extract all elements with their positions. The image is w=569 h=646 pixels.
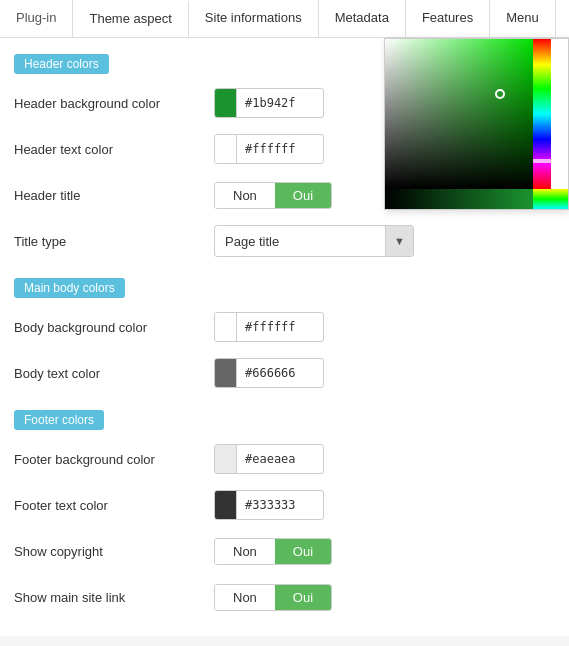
title-type-arrow[interactable]: ▼: [385, 226, 413, 256]
header-bg-color-swatch[interactable]: [215, 89, 237, 117]
show-main-site-link-oui-btn[interactable]: Oui: [275, 585, 331, 610]
show-copyright-oui-btn[interactable]: Oui: [275, 539, 331, 564]
footer-text-color-label: Footer text color: [14, 498, 214, 513]
picker-saturation-strip: [533, 189, 568, 209]
body-text-color-input[interactable]: #666666: [214, 358, 324, 388]
footer-bg-color-value: #eaeaea: [237, 448, 304, 470]
tab-theme-aspect[interactable]: Theme aspect: [73, 1, 188, 38]
color-picker-popup[interactable]: [384, 38, 569, 210]
title-type-label: Title type: [14, 234, 214, 249]
title-type-value: Page title: [215, 229, 385, 254]
header-bg-color-input[interactable]: #1b942f: [214, 88, 324, 118]
footer-bg-color-swatch[interactable]: [215, 445, 237, 473]
tab-site-informations[interactable]: Site informations: [189, 0, 319, 37]
picker-hue-marker: [533, 159, 551, 163]
header-text-color-label: Header text color: [14, 142, 214, 157]
header-text-color-value: #ffffff: [237, 138, 304, 160]
tab-plugin[interactable]: Plug-in: [0, 0, 73, 37]
body-text-color-label: Body text color: [14, 366, 214, 381]
header-text-color-swatch[interactable]: [215, 135, 237, 163]
header-title-label: Header title: [14, 188, 214, 203]
show-copyright-label: Show copyright: [14, 544, 214, 559]
tab-metadata[interactable]: Metadata: [319, 0, 406, 37]
main-content: Header colors Header background color #1…: [0, 38, 569, 636]
nav-tabs: Plug-in Theme aspect Site informations M…: [0, 0, 569, 38]
footer-bg-color-label: Footer background color: [14, 452, 214, 467]
show-copyright-toggle[interactable]: Non Oui: [214, 538, 332, 565]
body-bg-color-row: Body background color #ffffff: [14, 310, 555, 344]
footer-bg-color-row: Footer background color #eaeaea: [14, 442, 555, 476]
tab-menu[interactable]: Menu: [490, 0, 556, 37]
body-text-color-row: Body text color #666666: [14, 356, 555, 390]
body-bg-color-input[interactable]: #ffffff: [214, 312, 324, 342]
header-bg-color-label: Header background color: [14, 96, 214, 111]
show-copyright-non-btn[interactable]: Non: [215, 539, 275, 564]
show-main-site-link-toggle[interactable]: Non Oui: [214, 584, 332, 611]
picker-hue-bar[interactable]: [533, 39, 551, 189]
footer-text-color-value: #333333: [237, 494, 304, 516]
body-text-color-value: #666666: [237, 362, 304, 384]
show-copyright-row: Show copyright Non Oui: [14, 534, 555, 568]
footer-colors-badge: Footer colors: [14, 410, 104, 430]
body-text-color-swatch[interactable]: [215, 359, 237, 387]
footer-bg-color-input[interactable]: #eaeaea: [214, 444, 324, 474]
picker-main-area: [385, 39, 568, 189]
main-body-colors-badge: Main body colors: [14, 278, 125, 298]
footer-text-color-input[interactable]: #333333: [214, 490, 324, 520]
footer-text-color-swatch[interactable]: [215, 491, 237, 519]
body-bg-color-swatch[interactable]: [215, 313, 237, 341]
title-type-select[interactable]: Page title ▼: [214, 225, 414, 257]
picker-gradient-area[interactable]: [385, 39, 533, 189]
header-title-oui-btn[interactable]: Oui: [275, 183, 331, 208]
title-type-row: Title type Page title ▼: [14, 224, 555, 258]
picker-color-preview: [385, 189, 533, 209]
body-bg-color-value: #ffffff: [237, 316, 304, 338]
header-bg-color-value: #1b942f: [237, 92, 304, 114]
header-text-color-input[interactable]: #ffffff: [214, 134, 324, 164]
header-colors-badge: Header colors: [14, 54, 109, 74]
tab-features[interactable]: Features: [406, 0, 490, 37]
tab-si[interactable]: Si...: [556, 0, 569, 37]
show-main-site-link-non-btn[interactable]: Non: [215, 585, 275, 610]
body-bg-color-label: Body background color: [14, 320, 214, 335]
show-main-site-link-row: Show main site link Non Oui: [14, 580, 555, 614]
header-title-toggle[interactable]: Non Oui: [214, 182, 332, 209]
picker-cursor[interactable]: [495, 89, 505, 99]
show-main-site-link-label: Show main site link: [14, 590, 214, 605]
footer-text-color-row: Footer text color #333333: [14, 488, 555, 522]
header-title-non-btn[interactable]: Non: [215, 183, 275, 208]
